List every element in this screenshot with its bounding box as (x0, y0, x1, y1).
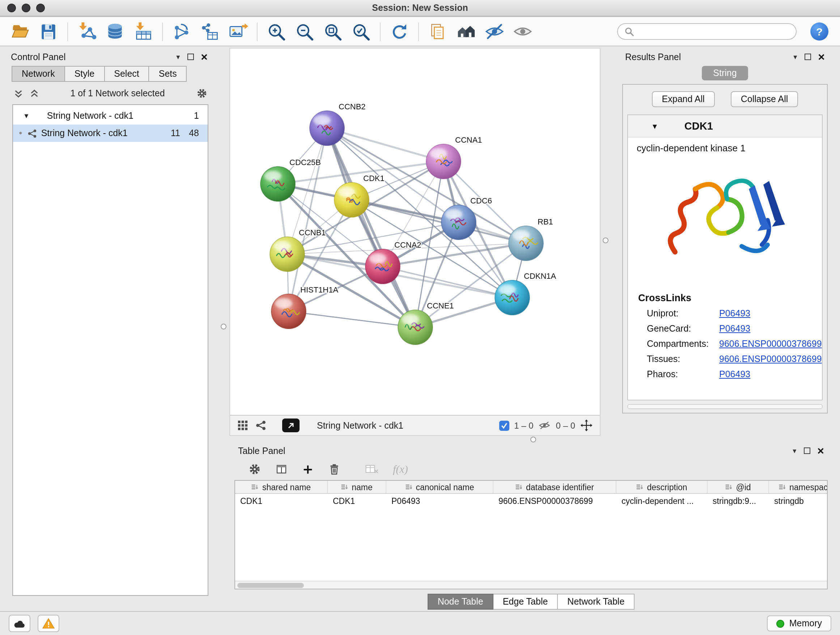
cell-shared-name[interactable]: CDK1 (235, 497, 328, 505)
crosslink-link-compartments[interactable]: 9606.ENSP00000378699 (719, 339, 822, 349)
control-panel-collapse-icon[interactable]: ▾ (176, 53, 180, 60)
export-image-button[interactable] (226, 20, 249, 43)
cloud-button[interactable] (9, 615, 30, 632)
open-session-button[interactable] (9, 20, 32, 43)
network-row[interactable]: ● String Network - cdk1 11 48 (13, 125, 208, 142)
node-CDK1[interactable]: CDK1 (334, 174, 385, 217)
gene-entry-header[interactable]: ▼ CDK1 (628, 115, 822, 138)
crosslink-link-uniprot[interactable]: P06493 (719, 309, 750, 318)
node-CCNA1[interactable]: CCNA1 (426, 135, 482, 179)
add-column-plus-icon[interactable] (302, 463, 314, 475)
help-button[interactable]: ? (810, 22, 829, 41)
table-panel-float-icon[interactable] (804, 448, 810, 454)
table-panel-collapse-icon[interactable]: ▾ (793, 447, 796, 454)
edge[interactable] (289, 128, 327, 311)
gene-expand-icon[interactable]: ▼ (651, 122, 658, 130)
edge[interactable] (327, 128, 415, 327)
control-panel-float-icon[interactable] (187, 54, 194, 60)
edge[interactable] (289, 311, 415, 327)
scrollbar-thumb[interactable] (237, 583, 304, 588)
node-CCNB2[interactable]: CCNB2 (309, 102, 366, 146)
tab-network[interactable]: Network (11, 66, 65, 82)
show-columns-icon[interactable] (275, 463, 288, 476)
apply-layout-button[interactable] (388, 20, 411, 43)
search-box[interactable] (617, 23, 797, 40)
column-header-database-identifier[interactable]: database identifier (493, 481, 616, 493)
tab-sets[interactable]: Sets (149, 66, 187, 82)
results-scrollbar[interactable] (627, 404, 823, 409)
cell-namespace[interactable]: stringdb (769, 497, 828, 505)
tab-select[interactable]: Select (104, 66, 149, 82)
column-header-namespace[interactable]: namespac (769, 481, 828, 493)
new-network-button[interactable] (170, 20, 193, 43)
cell-database-identifier[interactable]: 9606.ENSP00000378699 (493, 497, 616, 505)
cell-name[interactable]: CDK1 (328, 497, 386, 505)
edge[interactable] (352, 200, 526, 243)
zoom-window-button[interactable] (36, 4, 45, 12)
homes-button[interactable] (454, 20, 477, 43)
node-RB1[interactable]: RB1 (508, 217, 553, 261)
zoom-selected-button[interactable] (349, 20, 373, 43)
bottom-splitter-handle[interactable] (531, 437, 536, 442)
tab-edge-table[interactable]: Edge Table (493, 594, 558, 610)
cell-canonical-name[interactable]: P06493 (386, 497, 493, 505)
tab-string[interactable]: String (701, 66, 748, 80)
import-network-database-button[interactable] (103, 20, 126, 43)
crosslink-link-pharos[interactable]: P06493 (719, 369, 750, 379)
expand-all-chevron-icon[interactable] (14, 89, 23, 98)
column-header-name[interactable]: name (328, 481, 386, 493)
collapse-all-button[interactable]: Collapse All (731, 91, 798, 107)
collection-expand-icon[interactable]: ▼ (23, 112, 30, 119)
node-CCNB1[interactable]: CCNB1 (270, 228, 326, 272)
node-CDKN1A[interactable]: CDKN1A (495, 272, 556, 315)
results-panel-close-icon[interactable]: × (818, 51, 825, 63)
table-row[interactable]: CDK1 CDK1 P06493 9606.ENSP00000378699 cy… (235, 494, 827, 508)
memory-button[interactable]: Memory (767, 616, 831, 631)
results-panel-float-icon[interactable] (804, 54, 811, 60)
search-input[interactable] (638, 27, 789, 36)
zoom-in-button[interactable] (265, 20, 288, 43)
warning-button[interactable] (38, 615, 59, 632)
left-splitter-handle[interactable] (221, 324, 226, 329)
hidden-eye-icon[interactable] (538, 419, 551, 432)
node-HIST1H1A[interactable]: HIST1H1A (271, 285, 338, 329)
crosslink-link-tissues[interactable]: 9606.ENSP00000378699 (719, 354, 822, 364)
crosslink-link-genecard[interactable]: P06493 (719, 324, 750, 334)
duplicate-document-button[interactable] (426, 20, 449, 43)
network-graph[interactable]: CCNB2CCNA1CDC25BCDK1CDC6RB1CCNB1CCNA2CDK… (230, 49, 600, 415)
tab-style[interactable]: Style (65, 66, 105, 82)
save-session-button[interactable] (37, 20, 60, 43)
show-all-button[interactable] (511, 20, 534, 43)
cell-id[interactable]: stringdb:9... (707, 497, 769, 505)
minimize-window-button[interactable] (22, 4, 30, 12)
table-panel-close-icon[interactable]: × (817, 445, 824, 456)
close-window-button[interactable] (7, 4, 16, 12)
column-header-shared-name[interactable]: shared name (235, 481, 328, 493)
zoom-fit-button[interactable] (321, 20, 344, 43)
detach-view-button[interactable] (282, 418, 300, 432)
import-network-file-button[interactable] (75, 20, 98, 43)
results-panel-collapse-icon[interactable]: ▾ (793, 53, 797, 60)
tab-network-table[interactable]: Network Table (558, 594, 635, 610)
network-options-gear-icon[interactable] (196, 88, 208, 99)
table-horizontal-scrollbar[interactable] (235, 581, 827, 589)
hide-selected-button[interactable] (483, 20, 506, 43)
cell-description[interactable]: cyclin-dependent ... (616, 497, 707, 505)
network-overview-icon[interactable] (256, 420, 266, 431)
control-panel-close-icon[interactable]: × (201, 51, 208, 63)
import-table-button[interactable] (132, 20, 155, 43)
column-header-canonical-name[interactable]: canonical name (386, 481, 493, 493)
grid-icon[interactable] (237, 420, 248, 431)
column-header-id[interactable]: @id (707, 481, 769, 493)
tab-node-table[interactable]: Node Table (428, 594, 493, 610)
column-header-description[interactable]: description (616, 481, 707, 493)
expand-all-button[interactable]: Expand All (652, 91, 715, 107)
selected-checkbox-icon[interactable] (499, 420, 509, 431)
network-table-button[interactable] (198, 20, 221, 43)
move-crosshair-icon[interactable] (580, 419, 592, 432)
zoom-out-button[interactable] (293, 20, 316, 43)
delete-column-trash-icon[interactable] (328, 463, 341, 476)
right-splitter-handle[interactable] (603, 238, 608, 243)
network-collection-row[interactable]: ▼ String Network - cdk1 1 (13, 107, 208, 125)
table-settings-gear-icon[interactable] (248, 463, 261, 476)
